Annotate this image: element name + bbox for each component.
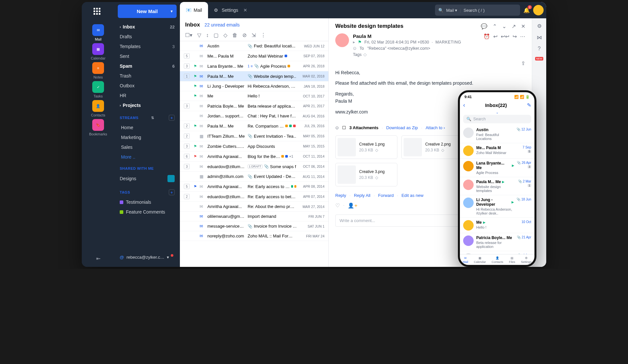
phone-email-row[interactable]: Paula M... Me ▶Website design templates … <box>460 177 534 195</box>
rail-notes[interactable]: ≡Notes <box>88 62 108 79</box>
stream-more-[interactable]: More .. <box>114 152 180 162</box>
flag-icon[interactable]: ⚑ <box>194 84 197 88</box>
email-row[interactable]: 3 ⚑ ✉ Zombie Cutters... le… App Discount… <box>180 141 328 151</box>
forward-icon[interactable]: ↪ <box>513 33 517 40</box>
user-avatar[interactable] <box>533 5 544 15</box>
email-row[interactable]: 1 ⚑ ✉ Paula M... Me 📎 Website design tem… <box>180 71 328 81</box>
rail-mail[interactable]: ✉Mail <box>88 24 108 41</box>
compose-icon[interactable]: ✎ <box>527 102 531 108</box>
phone-tab-settings[interactable]: ⚙Settings <box>521 256 532 264</box>
nav-sent[interactable]: Sent <box>114 51 180 61</box>
shared-item[interactable]: Designs <box>114 172 180 185</box>
tag-item[interactable]: Feature Comments <box>114 207 180 217</box>
download-zip-link[interactable]: Download as Zip <box>386 125 418 130</box>
more-icon[interactable]: ⋯ <box>520 33 525 40</box>
attachment-card[interactable]: Creative 3.png20.3 KB ◇ <box>335 163 397 186</box>
attachments-expand-icon[interactable]: ⊙ <box>335 125 339 130</box>
action-reply-all[interactable]: Reply All <box>354 193 371 198</box>
unread-count[interactable]: 22 unread emails <box>204 22 239 27</box>
phone-tab-mail[interactable]: ✉Mail <box>463 256 468 264</box>
email-row[interactable]: ⚑ ✉ Me Hello ! OCT 10, 2017 <box>180 91 328 101</box>
delete-icon[interactable]: 🗑 <box>232 32 237 38</box>
flag-icon[interactable]: ⚑ <box>194 144 197 148</box>
collapse-icon[interactable]: ⇤ <box>96 255 100 262</box>
phone-email-row[interactable]: Li Jung - Developer ▶Hi Rebecca Anderson… <box>460 195 534 218</box>
phone-tab-contacts[interactable]: 👤Contacts <box>492 256 503 264</box>
email-row[interactable]: ✉ Amritha Agrawal... Re: About the demo … <box>180 202 328 212</box>
more-icon[interactable]: ⋮ <box>261 32 266 38</box>
email-row[interactable]: ✉ Austin 📎 Fwd: Beautiful locati... WED … <box>180 41 328 51</box>
add-reaction-icon[interactable]: 👤+ <box>348 202 357 209</box>
email-row[interactable]: 5 ✉ Me... Paula M Zoho Mail Webinar SEP … <box>180 51 328 61</box>
email-row[interactable]: ✉ Jordan... support@z… Chat : Hey Pat, I… <box>180 111 328 121</box>
email-row[interactable]: ✉ noreply@zoho.com Zoho MAIL :: Mail For… <box>180 231 328 241</box>
tab-mail[interactable]: 📧Mail <box>180 2 208 18</box>
settings-gear-icon[interactable]: ⚙ <box>537 23 542 29</box>
reminder-icon[interactable]: ⏰ <box>483 33 490 40</box>
attachment-card[interactable]: Creative 1.png20.3 KB ◇ <box>335 135 397 159</box>
expand-icon[interactable]: ▸ <box>353 40 355 44</box>
share-icon[interactable]: ⇪ <box>521 60 525 66</box>
tag-icon[interactable]: ◇ <box>223 32 227 38</box>
add-tag-icon[interactable]: ◇ <box>363 52 367 57</box>
add-tag-button[interactable]: + <box>169 189 175 195</box>
action-forward[interactable]: Forward <box>378 193 394 198</box>
phone-email-row[interactable]: Jordan... support@zylkerChat: Hey Pat 📎 … <box>460 251 534 254</box>
stream-sales[interactable]: Sales <box>114 142 180 152</box>
flag-icon[interactable]: ⚑ <box>194 64 197 68</box>
rail-bookmarks[interactable]: 🔖Bookmarks <box>88 119 108 136</box>
phone-email-row[interactable]: Patricia Boyle... MeBeta release for app… <box>460 233 534 251</box>
help-icon[interactable]: ? <box>538 46 541 52</box>
email-row[interactable]: 3 ⚑ ✉ Lana Bryante... Me 1 ≡ 📎 Agile Pro… <box>180 61 328 71</box>
email-row[interactable]: ✉ message-service@… 📎 Invoice from Invoi… <box>180 221 328 231</box>
phone-email-row[interactable]: Me... Paula MZoho Mail Webinar 7 Sep5 <box>460 143 534 159</box>
nav-hr[interactable]: HR <box>114 91 180 100</box>
email-row[interactable]: 2 ⚑ ✉ Paula M... Me Re. Comparison … JUL… <box>180 121 328 131</box>
new-mail-button[interactable]: New Mail <box>118 5 177 18</box>
phone-email-row[interactable]: Lana Bryante... Me ▶Agile Process 📎 26 A… <box>460 159 534 177</box>
email-row[interactable]: ▦ admin@zillum.com 📎 Event Updated - De…… <box>180 172 328 182</box>
action-edit-as-new[interactable]: Edit as new <box>401 193 423 198</box>
search-box[interactable]: 🔍 Mail ▾ | Search ( / ) <box>435 5 520 16</box>
nav-drafts[interactable]: Drafts <box>114 32 180 42</box>
close-icon[interactable]: ✕ <box>521 23 525 29</box>
email-row[interactable]: 3 ✉ eduardov@zillum.c… 1 DRAFT 📎 Some sn… <box>180 162 328 172</box>
folder-icon[interactable]: ▢ <box>214 32 218 38</box>
stream-marketing[interactable]: Marketing <box>114 132 180 142</box>
flag-icon[interactable]: ⚑ <box>194 124 197 128</box>
expand-icon[interactable]: ⌄ <box>460 111 534 114</box>
sort-icon[interactable]: ↕ <box>206 32 209 38</box>
nav-spam[interactable]: Spam6 <box>114 61 180 71</box>
like-icon[interactable]: ♡ <box>335 202 340 209</box>
popout-icon[interactable]: ↗ <box>512 23 516 29</box>
attach-to-link[interactable]: Attach to › <box>426 125 445 130</box>
flag-icon[interactable]: ⚑ <box>194 74 197 78</box>
phone-email-row[interactable]: AustinFwd: Beautiful Locations 📎 12 Jun <box>460 125 534 143</box>
flag-icon[interactable]: ⚑ <box>194 154 197 159</box>
tag-item[interactable]: Testimonials <box>114 197 180 207</box>
phone-tab-calendar[interactable]: ▦Calendar <box>474 256 486 264</box>
apps-grid-icon[interactable] <box>94 8 103 17</box>
chat-icon[interactable]: 💬 <box>481 23 487 29</box>
attachment-card[interactable]: Creative 2.png20.3 KB ◇ <box>401 135 463 159</box>
extension-icon[interactable]: ⋈ <box>537 34 542 41</box>
email-row[interactable]: 5 ⚑ ✉ Amritha Agrawal... Re: Early acces… <box>180 182 328 192</box>
stream-home[interactable]: Home <box>114 123 180 132</box>
reply-icon[interactable]: ↩ <box>493 33 497 40</box>
flag-icon[interactable]: ⚑ <box>358 40 362 44</box>
email-row[interactable]: 6 ⚑ ✉ Amritha Agrawal... Blog for the Be… <box>180 151 328 162</box>
archive-icon[interactable]: ⇲ <box>252 32 256 38</box>
phone-email-row[interactable]: Me ▶Hello ! 10 Oct <box>460 218 534 233</box>
rail-calendar[interactable]: ▦Calendar <box>88 43 108 60</box>
email-row[interactable]: 2 ▦ ITTeam Zillum... Me 📎 Event Invitati… <box>180 131 328 141</box>
add-stream-button[interactable]: + <box>169 115 175 121</box>
nav-outbox[interactable]: Outbox <box>114 81 180 91</box>
flag-icon[interactable]: ⚑ <box>194 184 197 189</box>
nav-templates[interactable]: Templates3 <box>114 42 180 51</box>
rail-tasks[interactable]: ✓Tasks <box>88 81 108 98</box>
streams-sort-icon[interactable]: ⇅ <box>151 116 154 120</box>
email-row[interactable]: 3 ✉ Patricia Boyle... Me Beta release of… <box>180 101 328 111</box>
flag-icon[interactable]: ⚑ <box>194 94 197 98</box>
close-icon[interactable]: ✕ <box>243 8 247 13</box>
email-row[interactable]: ✉ olilienwuaru@gmai… Import demand FRI J… <box>180 212 328 221</box>
